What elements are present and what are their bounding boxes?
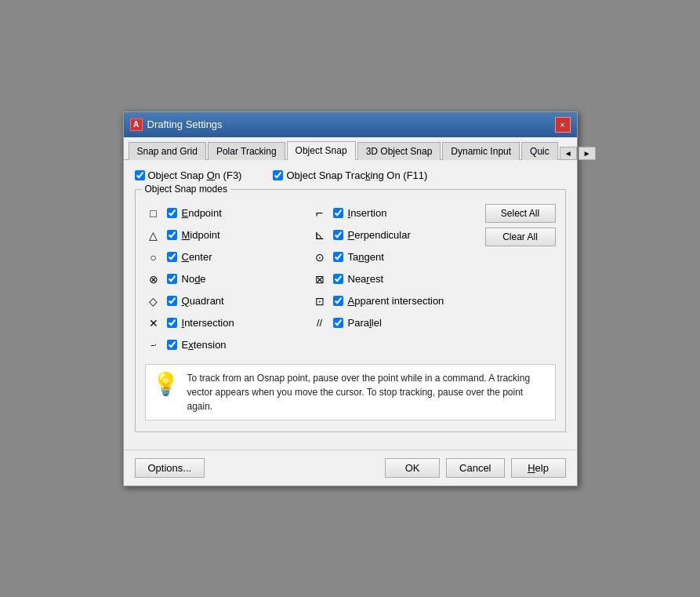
tab-object-snap[interactable]: Object Snap <box>287 141 356 160</box>
tab-next-arrow[interactable]: ► <box>578 147 596 160</box>
node-icon: ⊗ <box>145 271 162 288</box>
snap-perpendicular: ⊾ Perpendicular <box>311 224 477 246</box>
center-icon: ○ <box>145 249 162 266</box>
action-buttons: Select All Clear All <box>485 202 556 356</box>
insertion-checkbox[interactable] <box>333 208 343 218</box>
close-button[interactable]: × <box>555 117 571 133</box>
tangent-label: Tangent <box>348 251 384 263</box>
footer-left: Options... <box>135 458 205 478</box>
tab-3d-object-snap[interactable]: 3D Object Snap <box>357 142 441 160</box>
perpendicular-checkbox[interactable] <box>333 230 343 240</box>
tangent-icon: ⊙ <box>311 249 328 266</box>
info-text: To track from an Osnap point, pause over… <box>187 371 549 413</box>
insertion-label: Insertion <box>348 207 387 219</box>
quadrant-label: Quadrant <box>182 295 224 307</box>
parallel-icon: // <box>311 315 328 332</box>
center-label: Center <box>182 251 212 263</box>
snap-center: ○ Center <box>145 246 311 268</box>
snap-parallel: // Parallel <box>311 312 477 334</box>
nearest-label: Nearest <box>348 273 384 285</box>
apparent-intersection-checkbox[interactable] <box>333 296 343 306</box>
parallel-checkbox[interactable] <box>333 318 343 328</box>
apparent-intersection-icon: ⊡ <box>311 293 328 310</box>
snap-modes-title: Object Snap modes <box>142 184 230 195</box>
quadrant-checkbox[interactable] <box>167 296 177 306</box>
info-box: 💡 To track from an Osnap point, pause ov… <box>145 364 556 420</box>
object-snap-tracking-label: Object Snap Tracking On (F11) <box>286 169 427 181</box>
extension-checkbox[interactable] <box>167 340 177 350</box>
top-checks: Object Snap On (F3) Object Snap Tracking… <box>135 169 566 181</box>
object-snap-on-checkbox[interactable] <box>135 170 145 180</box>
endpoint-icon: □ <box>145 205 162 222</box>
object-snap-on-check[interactable]: Object Snap On (F3) <box>135 169 242 181</box>
midpoint-icon: △ <box>145 227 162 244</box>
extension-label: Extension <box>182 339 227 351</box>
snap-intersection: ✕ Intersection <box>145 312 311 334</box>
parallel-label: Parallel <box>348 317 382 329</box>
snap-endpoint: □ Endpoint <box>145 202 311 224</box>
clear-all-button[interactable]: Clear All <box>485 228 556 246</box>
center-checkbox[interactable] <box>167 252 177 262</box>
node-checkbox[interactable] <box>167 274 177 284</box>
midpoint-checkbox[interactable] <box>167 230 177 240</box>
tab-content: Object Snap On (F3) Object Snap Tracking… <box>124 160 577 450</box>
snap-midpoint: △ Midpoint <box>145 224 311 246</box>
node-label: Node <box>182 273 206 285</box>
intersection-checkbox[interactable] <box>167 318 177 328</box>
snap-modes-grid: □ Endpoint △ Midpoint ○ Center <box>145 202 556 356</box>
perpendicular-label: Perpendicular <box>348 229 411 241</box>
snap-quadrant: ◇ Quadrant <box>145 290 311 312</box>
snap-node: ⊗ Node <box>145 268 311 290</box>
midpoint-label: Midpoint <box>182 229 220 241</box>
tab-quick[interactable]: Quic <box>521 142 558 160</box>
intersection-label: Intersection <box>182 317 234 329</box>
endpoint-checkbox[interactable] <box>167 208 177 218</box>
footer: Options... OK Cancel Help <box>124 450 577 486</box>
quadrant-icon: ◇ <box>145 293 162 310</box>
tangent-checkbox[interactable] <box>333 252 343 262</box>
snap-tangent: ⊙ Tangent <box>311 246 477 268</box>
apparent-intersection-label: Apparent intersection <box>348 295 444 307</box>
tab-polar-tracking[interactable]: Polar Tracking <box>208 142 285 160</box>
snap-col-right: ⌐ Insertion ⊾ Perpendicular ⊙ Tangent <box>311 202 477 356</box>
snap-extension: --· Extension <box>145 334 311 356</box>
cancel-button[interactable]: Cancel <box>446 458 504 478</box>
perpendicular-icon: ⊾ <box>311 227 328 244</box>
endpoint-label: Endpoint <box>182 207 222 219</box>
help-button[interactable]: Help <box>511 458 566 478</box>
tab-snap-and-grid[interactable]: Snap and Grid <box>129 142 206 160</box>
footer-right: OK Cancel Help <box>385 458 565 478</box>
tab-dynamic-input[interactable]: Dynamic Input <box>442 142 520 160</box>
nearest-checkbox[interactable] <box>333 274 343 284</box>
window-title: Drafting Settings <box>147 118 223 130</box>
select-all-button[interactable]: Select All <box>485 204 556 223</box>
nearest-icon: ⊠ <box>311 271 328 288</box>
insertion-icon: ⌐ <box>311 205 328 222</box>
extension-icon: --· <box>145 337 162 354</box>
tab-prev-arrow[interactable]: ◄ <box>560 147 577 160</box>
title-bar-left: A Drafting Settings <box>130 118 223 131</box>
snap-apparent-intersection: ⊡ Apparent intersection <box>311 290 477 312</box>
lightbulb-icon: 💡 <box>152 371 180 397</box>
snap-modes-group: Object Snap modes □ Endpoint △ Midpoint <box>135 189 566 432</box>
ok-button[interactable]: OK <box>385 458 440 478</box>
snap-nearest: ⊠ Nearest <box>311 268 477 290</box>
snap-insertion: ⌐ Insertion <box>311 202 477 224</box>
title-bar: A Drafting Settings × <box>124 112 577 137</box>
object-snap-on-label: Object Snap On (F3) <box>148 169 242 181</box>
tabs-container: Snap and Grid Polar Tracking Object Snap… <box>124 137 577 160</box>
object-snap-tracking-checkbox[interactable] <box>273 170 283 180</box>
options-button[interactable]: Options... <box>135 458 205 478</box>
snap-col-left: □ Endpoint △ Midpoint ○ Center <box>145 202 311 356</box>
drafting-settings-dialog: A Drafting Settings × Snap and Grid Pola… <box>123 111 578 486</box>
object-snap-tracking-check[interactable]: Object Snap Tracking On (F11) <box>273 169 427 181</box>
intersection-icon: ✕ <box>145 315 162 332</box>
app-icon: A <box>130 118 143 131</box>
